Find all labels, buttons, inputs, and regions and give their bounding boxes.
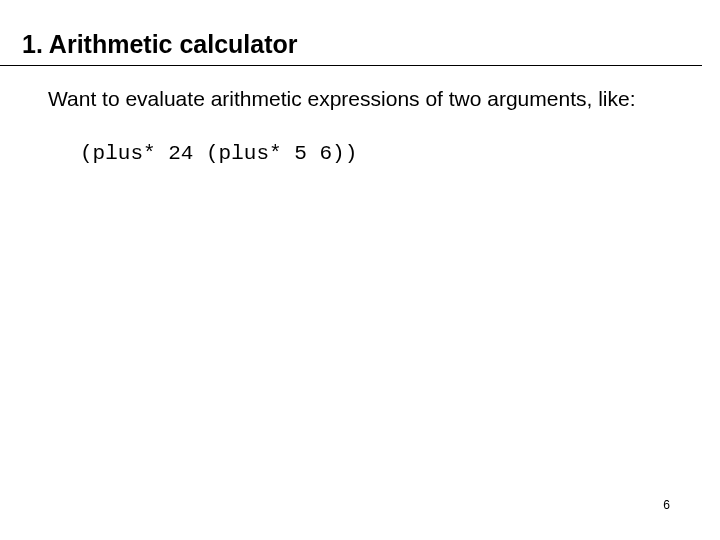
code-example: (plus* 24 (plus* 5 6)) (0, 112, 720, 165)
slide-heading: 1. Arithmetic calculator (0, 30, 702, 66)
page-number: 6 (663, 498, 670, 512)
slide-body-text: Want to evaluate arithmetic expressions … (0, 66, 720, 112)
slide: 1. Arithmetic calculator Want to evaluat… (0, 0, 720, 540)
